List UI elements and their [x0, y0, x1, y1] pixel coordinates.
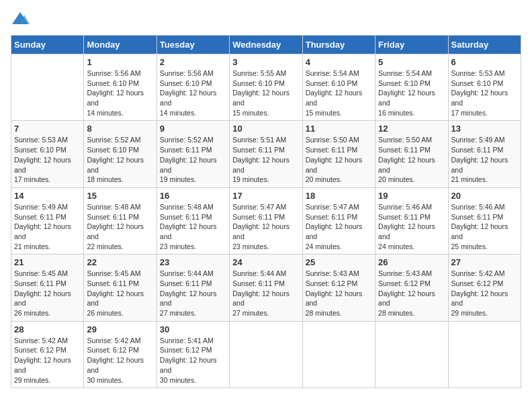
day-info: Sunrise: 5:54 AMSunset: 6:10 PMDaylight:… — [306, 68, 372, 118]
calendar-cell: 30Sunrise: 5:41 AMSunset: 6:12 PMDayligh… — [157, 321, 229, 387]
day-info: Sunrise: 5:52 AMSunset: 6:11 PMDaylight:… — [160, 135, 226, 184]
day-info: Sunrise: 5:45 AMSunset: 6:11 PMDaylight:… — [87, 269, 153, 318]
calendar-table: SundayMondayTuesdayWednesdayThursdayFrid… — [11, 35, 521, 388]
calendar-cell: 29Sunrise: 5:42 AMSunset: 6:12 PMDayligh… — [84, 321, 157, 387]
day-number: 5 — [378, 57, 445, 67]
calendar-cell: 4Sunrise: 5:54 AMSunset: 6:10 PMDaylight… — [302, 54, 375, 121]
day-number: 15 — [87, 191, 153, 201]
day-number: 27 — [451, 257, 518, 267]
calendar-week-row: 14Sunrise: 5:49 AMSunset: 6:11 PMDayligh… — [11, 187, 521, 254]
logo — [11, 11, 32, 30]
day-number: 7 — [14, 124, 81, 134]
calendar-cell: 13Sunrise: 5:49 AMSunset: 6:11 PMDayligh… — [448, 121, 521, 187]
logo-icon — [11, 11, 30, 30]
day-info: Sunrise: 5:43 AMSunset: 6:12 PMDaylight:… — [378, 269, 445, 318]
day-number: 11 — [306, 124, 372, 134]
calendar-cell: 11Sunrise: 5:50 AMSunset: 6:11 PMDayligh… — [302, 121, 375, 187]
day-number: 4 — [306, 57, 372, 67]
day-number: 8 — [87, 124, 153, 134]
calendar-cell: 25Sunrise: 5:43 AMSunset: 6:12 PMDayligh… — [302, 255, 375, 321]
day-info: Sunrise: 5:47 AMSunset: 6:11 PMDaylight:… — [232, 202, 299, 251]
calendar-week-row: 21Sunrise: 5:45 AMSunset: 6:11 PMDayligh… — [11, 255, 521, 321]
day-info: Sunrise: 5:48 AMSunset: 6:11 PMDaylight:… — [160, 202, 226, 251]
calendar-cell: 10Sunrise: 5:51 AMSunset: 6:11 PMDayligh… — [230, 121, 302, 187]
day-number: 14 — [14, 191, 81, 201]
calendar-header-row: SundayMondayTuesdayWednesdayThursdayFrid… — [11, 36, 521, 54]
day-number: 23 — [160, 257, 226, 267]
day-number: 3 — [232, 57, 299, 67]
calendar-cell: 3Sunrise: 5:55 AMSunset: 6:10 PMDaylight… — [230, 54, 302, 121]
day-number: 28 — [14, 324, 81, 334]
calendar-cell: 2Sunrise: 5:56 AMSunset: 6:10 PMDaylight… — [157, 54, 229, 121]
day-number: 24 — [232, 257, 299, 267]
calendar-cell: 5Sunrise: 5:54 AMSunset: 6:10 PMDaylight… — [375, 54, 448, 121]
calendar-cell: 7Sunrise: 5:53 AMSunset: 6:10 PMDaylight… — [11, 121, 84, 187]
calendar-cell: 26Sunrise: 5:43 AMSunset: 6:12 PMDayligh… — [375, 255, 448, 321]
day-number: 21 — [14, 257, 81, 267]
day-number: 26 — [378, 257, 445, 267]
calendar-cell — [302, 321, 375, 387]
calendar-cell: 8Sunrise: 5:52 AMSunset: 6:10 PMDaylight… — [84, 121, 157, 187]
calendar-cell: 20Sunrise: 5:46 AMSunset: 6:11 PMDayligh… — [448, 187, 521, 254]
calendar-cell: 14Sunrise: 5:49 AMSunset: 6:11 PMDayligh… — [11, 187, 84, 254]
day-info: Sunrise: 5:54 AMSunset: 6:10 PMDaylight:… — [378, 68, 445, 118]
day-info: Sunrise: 5:46 AMSunset: 6:11 PMDaylight:… — [451, 202, 518, 251]
weekday-header: Saturday — [448, 36, 521, 54]
day-number: 30 — [160, 324, 226, 334]
day-info: Sunrise: 5:51 AMSunset: 6:11 PMDaylight:… — [232, 135, 299, 184]
day-number: 19 — [378, 191, 445, 201]
calendar-week-row: 7Sunrise: 5:53 AMSunset: 6:10 PMDaylight… — [11, 121, 521, 187]
weekday-header: Wednesday — [230, 36, 302, 54]
day-info: Sunrise: 5:49 AMSunset: 6:11 PMDaylight:… — [451, 135, 518, 184]
day-info: Sunrise: 5:42 AMSunset: 6:12 PMDaylight:… — [14, 336, 81, 385]
calendar-cell: 6Sunrise: 5:53 AMSunset: 6:10 PMDaylight… — [448, 54, 521, 121]
weekday-header: Monday — [84, 36, 157, 54]
day-info: Sunrise: 5:55 AMSunset: 6:10 PMDaylight:… — [232, 68, 299, 118]
day-info: Sunrise: 5:42 AMSunset: 6:12 PMDaylight:… — [87, 336, 153, 385]
day-info: Sunrise: 5:41 AMSunset: 6:12 PMDaylight:… — [160, 336, 226, 385]
calendar-cell: 21Sunrise: 5:45 AMSunset: 6:11 PMDayligh… — [11, 255, 84, 321]
day-info: Sunrise: 5:42 AMSunset: 6:12 PMDaylight:… — [451, 269, 518, 318]
weekday-header: Friday — [375, 36, 448, 54]
day-number: 9 — [160, 124, 226, 134]
calendar-week-row: 28Sunrise: 5:42 AMSunset: 6:12 PMDayligh… — [11, 321, 521, 387]
day-info: Sunrise: 5:49 AMSunset: 6:11 PMDaylight:… — [14, 202, 81, 251]
day-info: Sunrise: 5:50 AMSunset: 6:11 PMDaylight:… — [306, 135, 372, 184]
day-info: Sunrise: 5:43 AMSunset: 6:12 PMDaylight:… — [306, 269, 372, 318]
day-number: 2 — [160, 57, 226, 67]
calendar-cell: 12Sunrise: 5:50 AMSunset: 6:11 PMDayligh… — [375, 121, 448, 187]
calendar-cell: 24Sunrise: 5:44 AMSunset: 6:11 PMDayligh… — [230, 255, 302, 321]
calendar-cell: 17Sunrise: 5:47 AMSunset: 6:11 PMDayligh… — [230, 187, 302, 254]
day-number: 10 — [232, 124, 299, 134]
day-info: Sunrise: 5:53 AMSunset: 6:10 PMDaylight:… — [451, 68, 518, 118]
day-number: 18 — [306, 191, 372, 201]
day-info: Sunrise: 5:47 AMSunset: 6:11 PMDaylight:… — [306, 202, 372, 251]
calendar-cell — [11, 54, 84, 121]
calendar-cell: 9Sunrise: 5:52 AMSunset: 6:11 PMDaylight… — [157, 121, 229, 187]
day-number: 6 — [451, 57, 518, 67]
day-number: 12 — [378, 124, 445, 134]
day-number: 16 — [160, 191, 226, 201]
weekday-header: Tuesday — [157, 36, 229, 54]
weekday-header: Sunday — [11, 36, 84, 54]
day-info: Sunrise: 5:44 AMSunset: 6:11 PMDaylight:… — [232, 269, 299, 318]
day-number: 13 — [451, 124, 518, 134]
page-header — [11, 11, 521, 30]
day-info: Sunrise: 5:53 AMSunset: 6:10 PMDaylight:… — [14, 135, 81, 184]
calendar-cell — [230, 321, 302, 387]
day-info: Sunrise: 5:48 AMSunset: 6:11 PMDaylight:… — [87, 202, 153, 251]
calendar-cell: 1Sunrise: 5:56 AMSunset: 6:10 PMDaylight… — [84, 54, 157, 121]
day-number: 25 — [306, 257, 372, 267]
calendar-cell: 28Sunrise: 5:42 AMSunset: 6:12 PMDayligh… — [11, 321, 84, 387]
day-info: Sunrise: 5:45 AMSunset: 6:11 PMDaylight:… — [14, 269, 81, 318]
day-number: 17 — [232, 191, 299, 201]
calendar-cell: 23Sunrise: 5:44 AMSunset: 6:11 PMDayligh… — [157, 255, 229, 321]
calendar-cell: 22Sunrise: 5:45 AMSunset: 6:11 PMDayligh… — [84, 255, 157, 321]
calendar-cell: 18Sunrise: 5:47 AMSunset: 6:11 PMDayligh… — [302, 187, 375, 254]
day-info: Sunrise: 5:52 AMSunset: 6:10 PMDaylight:… — [87, 135, 153, 184]
calendar-cell: 27Sunrise: 5:42 AMSunset: 6:12 PMDayligh… — [448, 255, 521, 321]
day-info: Sunrise: 5:44 AMSunset: 6:11 PMDaylight:… — [160, 269, 226, 318]
calendar-cell — [448, 321, 521, 387]
day-info: Sunrise: 5:56 AMSunset: 6:10 PMDaylight:… — [160, 68, 226, 118]
day-number: 1 — [87, 57, 153, 67]
